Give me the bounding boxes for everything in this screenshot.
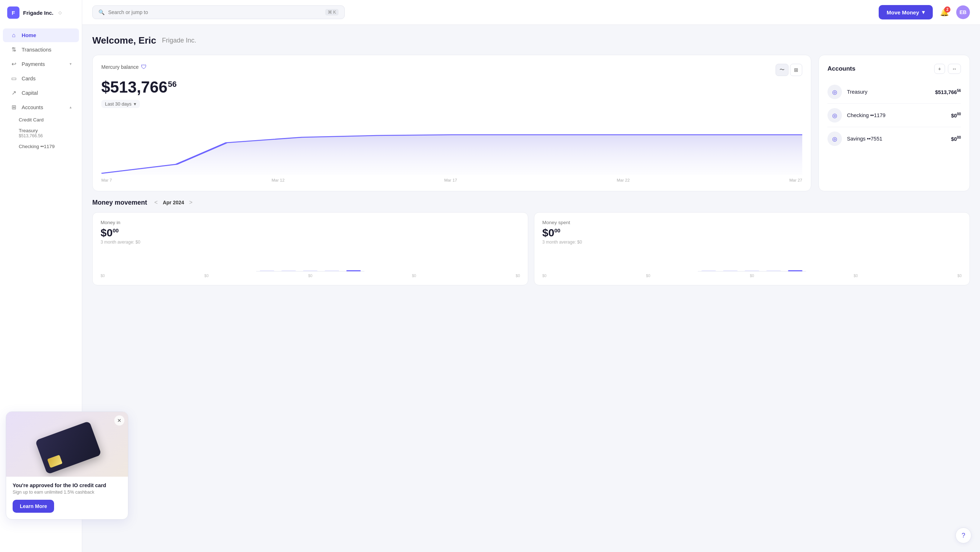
- svg-rect-9: [745, 270, 759, 271]
- money-in-card: Money in $000 3 month average: $0: [92, 212, 528, 286]
- svg-rect-7: [702, 270, 716, 271]
- money-in-bar-labels: $0 $0 $0 $0 $0: [100, 273, 520, 278]
- money-spent-title: Money spent: [542, 220, 962, 225]
- topbar: 🔍 ⌘ K Move Money ▾ 🔔 2 EB: [82, 0, 980, 25]
- savings-icon: ◎: [827, 132, 842, 146]
- logo-avatar: F: [7, 6, 19, 19]
- savings-info: Savings ••7551: [847, 136, 946, 141]
- money-in-chart: [100, 251, 520, 272]
- expand-accounts-button[interactable]: ↔: [948, 64, 961, 74]
- balance-header: Mercury balance 🛡 〜 ⊞: [101, 64, 802, 76]
- help-button[interactable]: ?: [956, 528, 971, 543]
- accounts-panel-title: Accounts: [827, 65, 855, 73]
- money-movement-section: Money movement < Apr 2024 > Money in $00…: [92, 198, 970, 286]
- sidebar-item-transactions[interactable]: ⇅ Transactions: [3, 43, 79, 57]
- credit-card-popup: ✕ You're approved for the IO credit card…: [6, 411, 128, 520]
- dashboard-grid: Mercury balance 🛡 〜 ⊞ $513,76656 Last 30…: [92, 55, 970, 191]
- move-money-button[interactable]: Move Money ▾: [879, 5, 933, 19]
- table-chart-toggle[interactable]: ⊞: [790, 64, 802, 76]
- notification-badge: 2: [944, 6, 950, 13]
- move-money-chevron-icon: ▾: [922, 9, 925, 16]
- prev-month-button[interactable]: <: [152, 198, 160, 206]
- balance-amount: $513,76656: [101, 78, 802, 96]
- accounts-actions: + ↔: [934, 64, 961, 74]
- sidebar-item-checking[interactable]: Checking ••1179: [19, 141, 79, 152]
- popup-title: You're approved for the IO credit card: [13, 482, 121, 488]
- home-icon: ⌂: [10, 32, 17, 38]
- sidebar-item-cards[interactable]: ▭ Cards: [3, 71, 79, 86]
- notifications-button[interactable]: 🔔 2: [938, 6, 951, 19]
- svg-rect-4: [325, 270, 339, 271]
- search-bar[interactable]: 🔍 ⌘ K: [92, 5, 345, 19]
- learn-more-button[interactable]: Learn More: [13, 500, 54, 513]
- chart-toggle: 〜 ⊞: [776, 64, 802, 76]
- money-in-avg: 3 month average: $0: [100, 240, 520, 245]
- chart-label-2: Mar 17: [444, 178, 457, 182]
- sidebar-item-accounts[interactable]: ⊞ Accounts ▴: [3, 100, 79, 114]
- sidebar-item-home[interactable]: ⌂ Home: [3, 29, 79, 42]
- search-icon: 🔍: [99, 10, 105, 15]
- transactions-icon: ⇅: [10, 46, 17, 53]
- line-chart-toggle[interactable]: 〜: [776, 64, 789, 76]
- sidebar-cards-label: Cards: [22, 76, 72, 81]
- page-content: Welcome, Eric Frigade Inc. Mercury balan…: [82, 25, 980, 552]
- month-label: Apr 2024: [162, 200, 184, 205]
- balance-chart: [101, 117, 802, 175]
- capital-icon: ↗: [10, 89, 17, 96]
- chart-label-1: Mar 12: [272, 178, 285, 182]
- credit-card-visual: [35, 421, 102, 474]
- popup-content: You're approved for the IO credit card S…: [6, 477, 128, 519]
- money-spent-amount: $000: [542, 227, 962, 239]
- chart-label-0: Mar 7: [101, 178, 112, 182]
- search-input[interactable]: [108, 10, 321, 15]
- payments-icon: ↩: [10, 60, 17, 67]
- money-spent-bar-labels: $0 $0 $0 $0 $0: [542, 273, 962, 278]
- sidebar-item-capital[interactable]: ↗ Capital: [3, 86, 79, 100]
- popup-close-button[interactable]: ✕: [114, 416, 124, 425]
- account-row-checking[interactable]: ◎ Checking ••1179 $000: [827, 104, 961, 127]
- svg-rect-10: [767, 270, 781, 271]
- chart-label-4: Mar 27: [789, 178, 802, 182]
- shield-icon: 🛡: [141, 64, 147, 70]
- sidebar-item-payments[interactable]: ↩ Payments ▾: [3, 57, 79, 71]
- account-row-treasury[interactable]: ◎ Treasury $513,76656: [827, 80, 961, 104]
- treasury-label: Treasury: [19, 128, 76, 133]
- svg-rect-8: [723, 270, 738, 271]
- treasury-name: Treasury: [847, 89, 930, 95]
- help-icon: ?: [962, 532, 965, 539]
- chart-labels: Mar 7 Mar 12 Mar 17 Mar 22 Mar 27: [101, 175, 802, 182]
- accounts-submenu: Credit Card Treasury $513,766.56 Checkin…: [0, 114, 82, 152]
- move-money-label: Move Money: [887, 10, 919, 16]
- svg-rect-2: [282, 270, 296, 271]
- sidebar-logo[interactable]: F Frigade Inc. ◇: [0, 0, 82, 25]
- period-chevron-icon: ▾: [134, 101, 136, 107]
- money-in-title: Money in: [100, 220, 520, 225]
- balance-label-text: Mercury balance: [101, 64, 139, 70]
- sidebar-item-credit-card[interactable]: Credit Card: [19, 114, 79, 125]
- search-shortcut: ⌘ K: [325, 9, 339, 16]
- movement-grid: Money in $000 3 month average: $0: [92, 212, 970, 286]
- accounts-chevron-icon: ▴: [70, 105, 72, 109]
- accounts-panel: Accounts + ↔ ◎ Treasury $513,76656: [818, 55, 970, 191]
- accounts-icon: ⊞: [10, 104, 17, 111]
- balance-card: Mercury balance 🛡 〜 ⊞ $513,76656 Last 30…: [92, 55, 811, 191]
- money-spent-chart: [542, 251, 962, 272]
- logo-chevron-icon: ◇: [59, 10, 62, 15]
- savings-balance: $000: [951, 135, 961, 142]
- movement-title: Money movement: [92, 199, 147, 206]
- svg-rect-3: [303, 270, 318, 271]
- sidebar-item-treasury[interactable]: Treasury $513,766.56: [19, 125, 79, 141]
- svg-rect-5: [347, 270, 361, 271]
- money-spent-card: Money spent $000 3 month average: $0: [534, 212, 970, 286]
- sidebar-capital-label: Capital: [22, 90, 72, 96]
- account-row-savings[interactable]: ◎ Savings ••7551 $000: [827, 127, 961, 150]
- add-account-button[interactable]: +: [934, 64, 945, 74]
- company-name: Frigade Inc.: [23, 10, 53, 16]
- accounts-panel-header: Accounts + ↔: [827, 64, 961, 74]
- next-month-button[interactable]: >: [187, 198, 195, 206]
- topbar-actions: Move Money ▾ 🔔 2 EB: [879, 5, 970, 19]
- sidebar-accounts-label: Accounts: [22, 105, 65, 110]
- money-spent-avg: 3 month average: $0: [542, 240, 962, 245]
- user-avatar[interactable]: EB: [956, 5, 970, 19]
- balance-period-selector[interactable]: Last 30 days ▾: [101, 100, 140, 108]
